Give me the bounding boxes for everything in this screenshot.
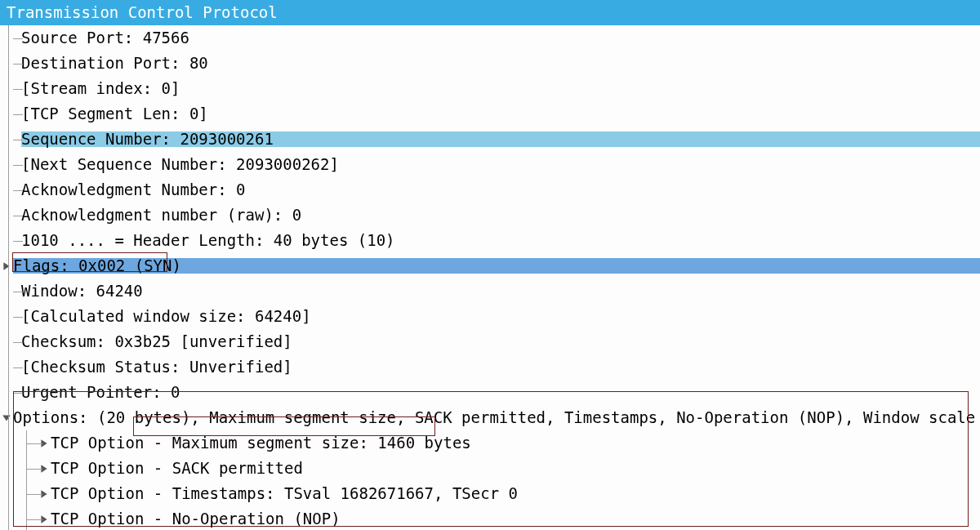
field-header-length[interactable]: 1010 .... = Header Length: 40 bytes (10) (0, 228, 980, 253)
tcp-protocol-header[interactable]: Transmission Control Protocol (0, 0, 980, 25)
option-sack-expandable[interactable]: TCP Option - SACK permitted (0, 456, 980, 481)
field-text: Checksum: 0x3b25 [unverified] (21, 334, 292, 350)
field-checksum[interactable]: Checksum: 0x3b25 [unverified] (0, 329, 980, 354)
field-text: Source Port: 47566 (21, 30, 189, 46)
option-text: TCP Option - Maximum segment size: 1460 … (51, 435, 471, 451)
field-text: [Checksum Status: Unverified] (21, 359, 292, 375)
chevron-right-icon[interactable] (2, 258, 13, 274)
option-text: TCP Option - SACK permitted (51, 461, 303, 476)
option-nop-expandable[interactable]: TCP Option - No-Operation (NOP) (0, 506, 980, 530)
field-source-port[interactable]: Source Port: 47566 (0, 25, 980, 51)
field-text: [Stream index: 0] (21, 81, 180, 96)
option-text: TCP Option - Timestamps: TSval 168267166… (51, 486, 518, 501)
field-stream-index[interactable]: [Stream index: 0] (0, 76, 980, 101)
field-text: Acknowledgment Number: 0 (21, 182, 246, 198)
field-sequence-number[interactable]: Sequence Number: 2093000261 (0, 127, 980, 152)
chevron-down-icon[interactable] (2, 410, 13, 425)
field-text: Window: 64240 (21, 283, 143, 299)
field-text: [Calculated window size: 64240] (21, 309, 311, 324)
field-next-sequence[interactable]: [Next Sequence Number: 2093000262] (0, 152, 980, 177)
field-text: Flags: 0x002 (SYN) (13, 256, 181, 274)
field-text: Urgent Pointer: 0 (21, 385, 180, 400)
option-mss-expandable[interactable]: TCP Option - Maximum segment size: 1460 … (0, 430, 980, 456)
field-text: 1010 .... = Header Length: 40 bytes (10) (21, 233, 395, 248)
field-text: [TCP Segment Len: 0] (21, 106, 208, 122)
field-checksum-status[interactable]: [Checksum Status: Unverified] (0, 354, 980, 380)
tcp-fields-branch: Source Port: 47566 Destination Port: 80 … (0, 25, 980, 530)
header-title: Transmission Control Protocol (7, 5, 278, 20)
field-options-expandable[interactable]: Options: (20 bytes), Maximum segment siz… (0, 405, 980, 430)
field-text: Sequence Number: 2093000261 (21, 130, 274, 148)
tcp-options-branch: TCP Option - Maximum segment size: 1460 … (0, 430, 980, 530)
field-calc-window[interactable]: [Calculated window size: 64240] (0, 304, 980, 329)
field-text: Options: (20 bytes), Maximum segment siz… (13, 410, 975, 425)
field-ack-number[interactable]: Acknowledgment Number: 0 (0, 177, 980, 203)
field-text: Destination Port: 80 (21, 56, 208, 71)
field-text: [Next Sequence Number: 2093000262] (21, 157, 339, 172)
field-segment-len[interactable]: [TCP Segment Len: 0] (0, 101, 980, 127)
field-flags-expandable[interactable]: Flags: 0x002 (SYN) (0, 253, 980, 278)
option-text: TCP Option - No-Operation (NOP) (51, 511, 341, 527)
field-urgent-pointer[interactable]: Urgent Pointer: 0 (0, 380, 980, 405)
packet-details-tree: Transmission Control Protocol Source Por… (0, 0, 980, 530)
field-ack-raw[interactable]: Acknowledgment number (raw): 0 (0, 203, 980, 228)
option-timestamps-expandable[interactable]: TCP Option - Timestamps: TSval 168267166… (0, 481, 980, 506)
field-window[interactable]: Window: 64240 (0, 278, 980, 304)
field-destination-port[interactable]: Destination Port: 80 (0, 51, 980, 76)
field-text: Acknowledgment number (raw): 0 (21, 207, 301, 223)
